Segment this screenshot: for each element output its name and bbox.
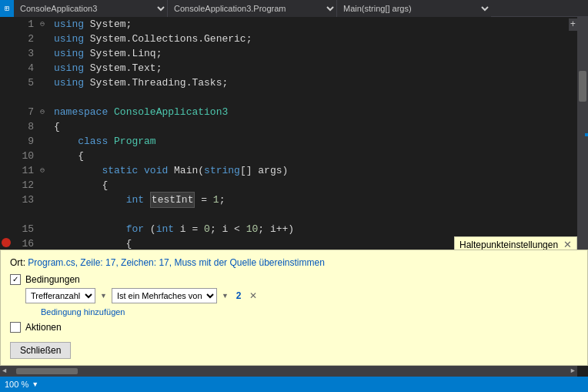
code-line-9: class Program	[54, 134, 588, 149]
code-line-6	[54, 90, 588, 105]
code-line-12: {	[54, 178, 588, 193]
breakpoint-gutter	[0, 17, 12, 250]
actions-row: Aktionen	[10, 322, 578, 333]
vertical-scrollbar[interactable]	[577, 17, 588, 250]
collapse-icon-method[interactable]: ⊖	[40, 163, 49, 178]
file-dropdown[interactable]: ConsoleApplication3	[14, 0, 168, 17]
code-line-14	[54, 207, 588, 222]
line-numbers: 1 2 3 4 5 7 8 9 10 11 12 13 15 16 17	[12, 17, 40, 250]
location-link[interactable]: Program.cs, Zeile: 17, Zeichen: 17, Muss…	[28, 257, 325, 268]
conditions-row: Bedingungen	[10, 274, 578, 285]
editor-container: 1 2 3 4 5 7 8 9 10 11 12 13 15 16 17 ⊖ ⊖…	[0, 17, 588, 250]
zoom-level: 100 %	[5, 380, 28, 389]
h-scrollbar-thumb[interactable]	[16, 368, 78, 374]
code-line-8: {	[54, 119, 588, 134]
code-line-5: using System.Threading.Tasks;	[54, 75, 588, 90]
collapse-icon-using[interactable]: ⊖	[40, 17, 49, 32]
breakpoint-panel-close-button[interactable]: ✕	[563, 239, 572, 250]
add-condition-row: Bedingung hinzufügen	[25, 307, 578, 317]
multiple-value: 2	[236, 290, 242, 301]
conditions-checkbox[interactable]	[10, 274, 21, 285]
breakpoint-dot[interactable]	[2, 238, 11, 247]
scroll-right-arrow[interactable]: ►	[569, 366, 577, 377]
expand-icon[interactable]: +	[569, 18, 577, 31]
code-line-10: {	[54, 149, 588, 163]
remove-condition-button[interactable]: ✕	[249, 290, 257, 301]
close-button-row: Schließen	[10, 336, 578, 359]
code-line-13: int testInt = 1;	[54, 193, 588, 207]
conditions-details-row: Trefferanzahl ▼ Ist ein Mehrfaches von ▼…	[25, 288, 578, 303]
location-label: Ort:	[10, 257, 25, 268]
collapse-icon-namespace[interactable]: ⊖	[40, 105, 49, 119]
code-area[interactable]: using System; using System.Collections.G…	[51, 17, 588, 250]
actions-checkbox[interactable]	[10, 322, 21, 333]
code-line-15: for (int i = 0; i < 10; i++)	[54, 222, 588, 236]
scroll-indicator	[585, 133, 588, 136]
code-line-1: using System;	[54, 17, 588, 32]
multiple-of-select[interactable]: Ist ein Mehrfaches von	[112, 288, 217, 303]
code-line-3: using System.Linq;	[54, 46, 588, 61]
hit-count-select[interactable]: Trefferanzahl	[25, 288, 95, 303]
breakpoint-panel-title: Haltepunkteinstellungen	[459, 240, 559, 250]
class-dropdown[interactable]: ConsoleApplication3.Program	[168, 0, 337, 17]
scrollbar-thumb[interactable]	[579, 71, 586, 102]
app-icon: ⊞	[0, 0, 14, 17]
code-line-2: using System.Collections.Generic;	[54, 32, 588, 46]
title-bar: ⊞ ConsoleApplication3 ConsoleApplication…	[0, 0, 588, 17]
status-bar: 100 % ▼	[0, 377, 588, 392]
horizontal-scrollbar[interactable]: ◄ ►	[0, 366, 577, 377]
dropdown-arrow-2: ▼	[222, 292, 229, 300]
code-line-11: static void Main(string[] args)	[54, 163, 588, 178]
actions-label: Aktionen	[25, 322, 62, 333]
collapse-column: ⊖ ⊖ ⊖	[40, 17, 51, 250]
zoom-arrow[interactable]: ▼	[32, 380, 38, 388]
dropdown-arrow-1: ▼	[100, 292, 107, 300]
code-line-7: namespace ConsoleApplication3	[54, 105, 588, 119]
popup-location: Ort: Program.cs, Zeile: 17, Zeichen: 17,…	[10, 256, 578, 270]
breakpoint-popup-panel: Ort: Program.cs, Zeile: 17, Zeichen: 17,…	[0, 250, 588, 366]
conditions-label: Bedingungen	[25, 274, 80, 285]
scroll-left-arrow[interactable]: ◄	[0, 366, 8, 377]
add-condition-link[interactable]: Bedingung hinzufügen	[41, 307, 125, 317]
breakpoint-settings-panel: Haltepunkteinstellungen ✕	[454, 236, 577, 250]
code-line-4: using System.Text;	[54, 61, 588, 75]
close-button[interactable]: Schließen	[10, 342, 71, 359]
method-dropdown[interactable]: Main(string[] args)	[337, 0, 491, 17]
